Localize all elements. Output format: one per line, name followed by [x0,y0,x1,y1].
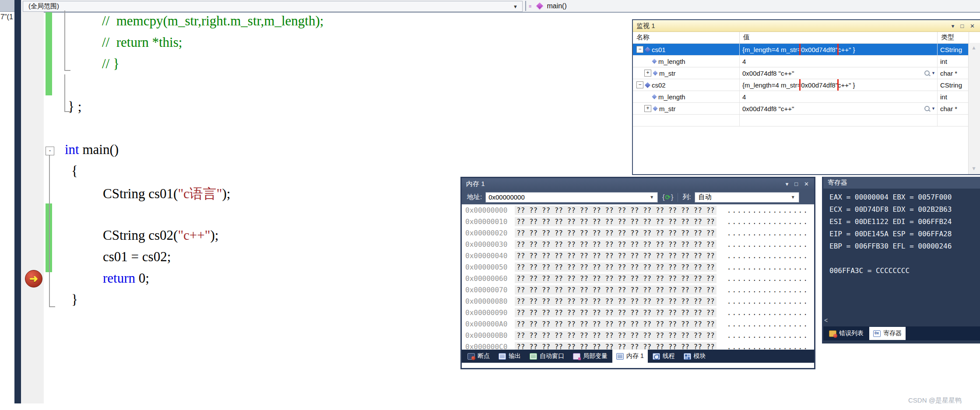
close-icon[interactable]: ✕ [804,181,809,187]
panel-tab-autos[interactable]: 自动窗口 [526,350,568,362]
watch-row[interactable] [633,115,980,126]
code-token-p: } [71,292,78,307]
panel-tab-registers[interactable]: 寄存器 [869,327,906,340]
panel-tab-label: 局部变量 [583,352,608,360]
memory-row[interactable]: 0x00000050?? ?? ?? ?? ?? ?? ?? ?? ?? ?? … [462,261,814,273]
code-line[interactable]: CString cs02("c++"); [103,228,218,243]
watch-value-cell[interactable]: 0x00d74df8 "c++"▼ [740,103,938,114]
watch-row[interactable]: m_length4int [633,56,980,67]
watch-variable-name: m_length [658,58,685,65]
pin-icon[interactable]: □ [794,181,798,187]
memory-bytes: ?? ?? ?? ?? ?? ?? ?? ?? ?? ?? ?? ?? ?? ?… [515,274,717,283]
code-line[interactable]: cs01 = cs02; [103,249,171,265]
memory-row[interactable]: 0x000000A0?? ?? ?? ?? ?? ?? ?? ?? ?? ?? … [462,318,814,329]
close-icon[interactable]: ✕ [970,23,975,29]
watch-value-text: {m_length=4 m_str= [742,81,801,89]
memory-row[interactable]: 0x00000030?? ?? ?? ?? ?? ?? ?? ?? ?? ?? … [462,238,814,250]
memory-row[interactable]: 0x00000010?? ?? ?? ?? ?? ?? ?? ?? ?? ?? … [462,216,814,227]
scroll-up-icon[interactable]: ▲ [971,45,976,51]
scope-dropdown[interactable]: (全局范围) ▼ [23,1,523,12]
collapse-box-icon[interactable]: − [636,46,643,53]
registers-content[interactable]: EAX = 00000004 EBX = 0057F000ECX = 00D74… [823,189,980,279]
memory-row[interactable]: 0x00000090?? ?? ?? ?? ?? ?? ?? ?? ?? ?? … [462,307,814,318]
memory-address: 0x00000050 [462,263,515,271]
register-line: ESI = 00DE1122 EDI = 006FFB24 [829,217,980,230]
pin-icon[interactable]: □ [960,23,964,29]
memory-row[interactable]: 0x00000020?? ?? ?? ?? ?? ?? ?? ?? ?? ?? … [462,227,814,238]
collapse-box-icon[interactable]: − [636,81,643,88]
memory-row[interactable]: 0x000000C0?? ?? ?? ?? ?? ?? ?? ?? ?? ?? … [462,341,814,350]
code-line[interactable]: // return *this; [102,35,182,50]
watch-row[interactable]: +m_str0x00d74df8 "c++"▼char * [633,67,980,79]
code-line[interactable]: return 0; [103,270,149,286]
watch-row[interactable]: −cs02{m_length=4 m_str=0x00d74df8 "c++" … [633,79,980,91]
watch-name-cell [633,115,740,126]
watch-value-cell[interactable]: 4 [740,56,938,67]
current-statement-arrow-icon[interactable]: ➜ [25,270,42,287]
panel-tab-memory[interactable]: 内存 1 [612,350,648,363]
toolbar-separator [678,193,678,202]
refresh-icon[interactable]: {⟳} [662,193,673,201]
watch-row[interactable]: m_length4int [633,91,980,103]
memory-title-bar[interactable]: 内存 1 ▾ □ ✕ [462,178,814,190]
columns-dropdown[interactable]: 自动 ▼ [695,192,799,203]
registers-title-bar[interactable]: 寄存器 [823,177,980,189]
scroll-down-icon[interactable]: ▼ [971,165,976,172]
watch-type-cell: char * [938,67,969,79]
watch-value-cell[interactable] [740,115,938,126]
watch-value-cell[interactable]: 4 [740,91,938,102]
memory-row[interactable]: 0x00000040?? ?? ?? ?? ?? ?? ?? ?? ?? ?? … [462,250,814,261]
chevron-down-icon[interactable]: ▼ [791,195,795,200]
chevron-down-icon[interactable]: ▼ [650,195,654,200]
watch-row[interactable]: −cs01{m_length=4 m_str=0x00d74df8 "c++" … [633,44,980,56]
column-header-name[interactable]: 名称 [633,32,740,43]
watch-value-cell[interactable]: 0x00d74df8 "c++"▼ [740,67,938,79]
code-line[interactable]: } [71,292,78,308]
window-edge-strip [14,0,21,403]
expand-box-icon[interactable]: + [644,70,651,77]
function-dropdown[interactable]: ≡ main() [525,1,977,11]
panel-tab-modules[interactable]: 模块 [680,350,710,362]
memory-row[interactable]: 0x00000000?? ?? ?? ?? ?? ?? ?? ?? ?? ?? … [462,204,814,216]
magnifier-icon[interactable]: ▼ [924,106,937,111]
panel-tab-threads[interactable]: 线程 [649,350,679,362]
collapse-box-icon[interactable]: - [46,147,54,155]
memory-address: 0x000000B0 [462,331,515,340]
code-token-p: main() [79,142,119,157]
code-line[interactable]: // memcpy(m_str,right.m_str,m_length); [102,13,323,29]
panel-tab-breakpoint[interactable]: 断点 [464,350,494,362]
watch-title-bar[interactable]: 监视 1 ▾ □ ✕ [633,20,980,32]
magnifier-icon[interactable]: ▼ [924,70,937,76]
memory-ascii: ................ [727,308,808,317]
memory-row[interactable]: 0x00000070?? ?? ?? ?? ?? ?? ?? ?? ?? ?? … [462,284,814,295]
watch-scrollbar[interactable]: ▲ ▼ [968,43,980,174]
panel-tab-errorlist[interactable]: 错误列表 [825,328,868,339]
panel-tab-locals[interactable]: 局部变量 [569,350,611,362]
column-header-value[interactable]: 值 [740,32,938,43]
watch-name-cell: −cs01 [633,44,740,55]
memory-row[interactable]: 0x00000060?? ?? ?? ?? ?? ?? ?? ?? ?? ?? … [462,273,814,284]
breakpoint-icon [467,353,475,360]
column-header-type[interactable]: 类型 [938,32,969,43]
breakpoint-margin[interactable] [21,12,44,403]
chevron-down-icon[interactable]: ▼ [513,4,518,9]
memory-row[interactable]: 0x00000080?? ?? ?? ?? ?? ?? ?? ?? ?? ?? … [462,295,814,307]
window-menu-icon[interactable]: ▾ [952,23,955,29]
memory-bytes: ?? ?? ?? ?? ?? ?? ?? ?? ?? ?? ?? ?? ?? ?… [515,308,717,317]
memory-content[interactable]: 0x00000000?? ?? ?? ?? ?? ?? ?? ?? ?? ?? … [462,204,814,350]
panel-tab-output[interactable]: 输出 [495,350,525,362]
code-line[interactable]: } ; [68,99,81,115]
expand-box-icon[interactable]: + [644,105,651,112]
watch-value-cell[interactable]: {m_length=4 m_str=0x00d74df8 "c++" } [740,79,938,91]
watch-value-cell[interactable]: {m_length=4 m_str=0x00d74df8 "c++" } [740,44,938,55]
code-line[interactable]: int main() [65,142,119,158]
memory-row[interactable]: 0x000000B0?? ?? ?? ?? ?? ?? ?? ?? ?? ?? … [462,329,814,341]
window-menu-icon[interactable]: ▾ [786,181,789,187]
code-line[interactable]: // } [102,56,119,72]
code-token-p: ); [222,186,230,201]
scroll-left-icon[interactable]: < [824,317,828,324]
watch-row[interactable]: +m_str0x00d74df8 "c++"▼char * [633,103,980,115]
address-input[interactable]: 0x00000000 ▼ [485,192,658,203]
code-line[interactable]: CString cs01("c语言"); [103,185,230,203]
code-line[interactable]: { [71,163,78,179]
